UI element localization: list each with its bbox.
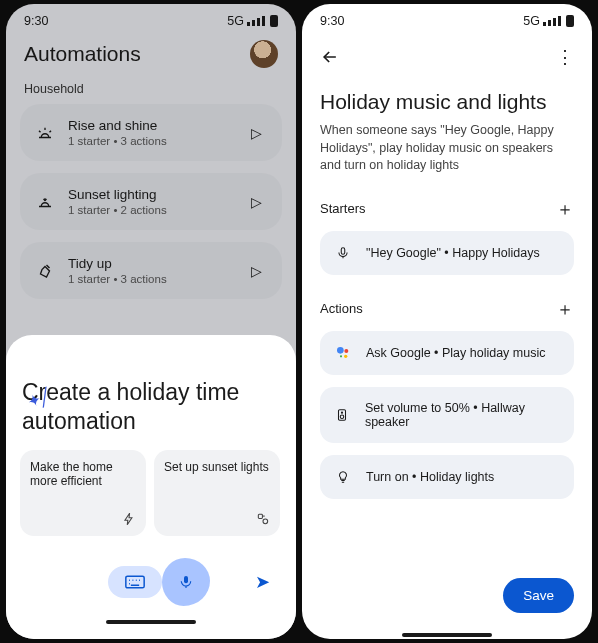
automation-card[interactable]: Tidy up 1 starter • 3 actions ▷ [20, 242, 282, 299]
suggestion-label: Make the home more efficient [30, 460, 136, 488]
page-description: When someone says "Hey Google, Happy Hol… [320, 122, 574, 175]
suggestion-chip[interactable]: Set up sunset lights [154, 450, 280, 536]
header: Automations [6, 34, 296, 78]
starter-text: "Hey Google" • Happy Holidays [366, 246, 540, 260]
mic-icon [334, 245, 352, 261]
footer: Save [302, 570, 592, 619]
action-text: Set volume to 50% • Hallway speaker [365, 401, 560, 429]
automation-text: Sunset lighting 1 starter • 2 actions [68, 187, 232, 216]
svg-point-6 [344, 354, 347, 357]
automation-list: Rise and shine 1 starter • 3 actions ▷ S… [6, 104, 296, 299]
status-right: 5G [523, 14, 574, 28]
add-action-button[interactable]: ＋ [556, 297, 574, 321]
top-bar: ⋮ [302, 34, 592, 78]
automation-card[interactable]: Sunset lighting 1 starter • 2 actions ▷ [20, 173, 282, 230]
play-icon[interactable]: ▷ [244, 125, 268, 141]
lightbulb-icon [334, 469, 352, 485]
mic-button[interactable] [162, 558, 210, 606]
automation-sub: 1 starter • 3 actions [68, 135, 232, 147]
svg-rect-0 [258, 514, 262, 518]
signal-icon [543, 16, 561, 26]
section-head-actions: Actions ＋ [320, 297, 574, 321]
input-bar: ➤ [20, 558, 282, 606]
svg-point-9 [341, 415, 345, 419]
page-title: Automations [24, 42, 141, 66]
automation-title: Tidy up [68, 256, 232, 271]
action-card[interactable]: Ask Google • Play holiday music [320, 331, 574, 375]
battery-icon [270, 15, 278, 27]
suggestion-row[interactable]: Make the home more efficient Set up suns… [20, 450, 282, 536]
svg-point-5 [344, 349, 348, 353]
status-time: 9:30 [24, 14, 48, 28]
svg-rect-3 [341, 247, 345, 253]
home-indicator[interactable] [402, 633, 492, 637]
svg-point-10 [342, 412, 343, 413]
phone-automations: 9:30 5G Automations Household Rise and s… [6, 4, 296, 639]
svg-point-4 [337, 347, 344, 354]
sunset-icon [34, 193, 56, 211]
automation-sub: 1 starter • 2 actions [68, 204, 232, 216]
routine-icon [256, 512, 270, 526]
status-right: 5G [227, 14, 278, 28]
speaker-icon [334, 407, 351, 423]
starter-card[interactable]: "Hey Google" • Happy Holidays [320, 231, 574, 275]
save-button[interactable]: Save [503, 578, 574, 613]
automation-text: Rise and shine 1 starter • 3 actions [68, 118, 232, 147]
automation-sub: 1 starter • 3 actions [68, 273, 232, 285]
automation-text: Tidy up 1 starter • 3 actions [68, 256, 232, 285]
signal-icon [247, 16, 265, 26]
add-starter-button[interactable]: ＋ [556, 197, 574, 221]
overflow-menu-button[interactable]: ⋮ [552, 42, 578, 72]
avatar[interactable] [250, 40, 278, 68]
automation-title: Sunset lighting [68, 187, 232, 202]
status-time: 9:30 [320, 14, 344, 28]
section-label-household: Household [6, 78, 296, 104]
section-head-starters: Starters ＋ [320, 197, 574, 221]
bolt-icon [122, 512, 136, 526]
suggestion-chip[interactable]: Make the home more efficient [20, 450, 146, 536]
broom-icon [34, 262, 56, 280]
play-icon[interactable]: ▷ [244, 194, 268, 210]
create-sheet: ✦╱ Create a holiday time automation Make… [6, 335, 296, 639]
action-text: Turn on • Holiday lights [366, 470, 494, 484]
home-indicator[interactable] [106, 620, 196, 624]
page-content: Holiday music and lights When someone sa… [302, 78, 592, 570]
status-network: 5G [227, 14, 244, 28]
play-icon[interactable]: ▷ [244, 263, 268, 279]
action-card[interactable]: Turn on • Holiday lights [320, 455, 574, 499]
automation-title: Rise and shine [68, 118, 232, 133]
sunrise-icon [34, 124, 56, 142]
phone-automation-detail: 9:30 5G ⋮ Holiday music and lights When … [302, 4, 592, 639]
status-network: 5G [523, 14, 540, 28]
battery-icon [566, 15, 574, 27]
assistant-icon [334, 345, 352, 361]
keyboard-button[interactable] [108, 566, 162, 598]
svg-point-1 [263, 519, 268, 524]
action-card[interactable]: Set volume to 50% • Hallway speaker [320, 387, 574, 443]
send-icon[interactable]: ➤ [255, 571, 270, 593]
suggestion-label: Set up sunset lights [164, 460, 270, 474]
section-label: Actions [320, 301, 363, 316]
page-title: Holiday music and lights [320, 90, 574, 114]
status-bar: 9:30 5G [302, 4, 592, 34]
action-text: Ask Google • Play holiday music [366, 346, 545, 360]
section-label: Starters [320, 201, 366, 216]
automation-card[interactable]: Rise and shine 1 starter • 3 actions ▷ [20, 104, 282, 161]
svg-point-7 [340, 355, 342, 357]
back-button[interactable] [316, 43, 344, 71]
status-bar: 9:30 5G [6, 4, 296, 34]
